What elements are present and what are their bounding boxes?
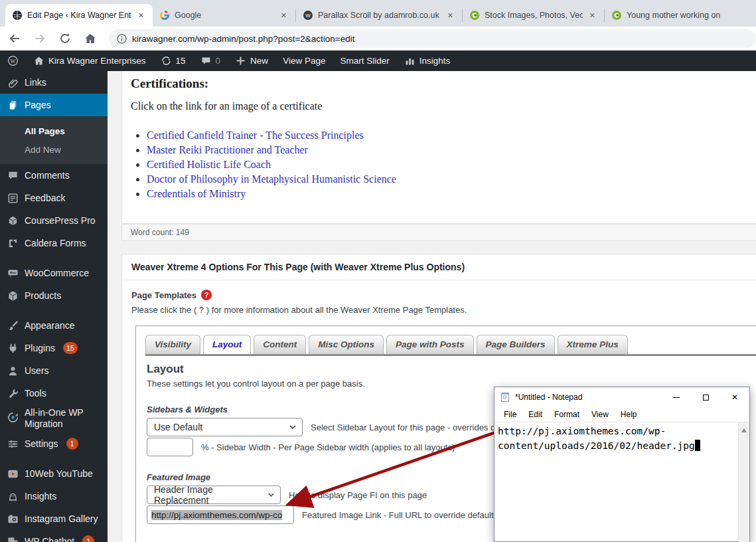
- certification-link[interactable]: Credentials of Ministry: [147, 188, 246, 199]
- tab-page-builders[interactable]: Page Builders: [477, 335, 555, 354]
- notepad-scrollbar[interactable]: [738, 422, 749, 542]
- chat-bubbles-icon: [7, 535, 19, 542]
- menu-format[interactable]: Format: [548, 410, 585, 419]
- back-icon[interactable]: [7, 31, 23, 46]
- menu-separator: [0, 455, 108, 462]
- sidebar-item-wp-chatbot[interactable]: WP Chatbot 1: [0, 530, 108, 542]
- close-icon[interactable]: ✕: [279, 10, 289, 21]
- browser-tab-edit-page[interactable]: Edit Page ‹ Kira Wagner Enterpris ✕: [5, 4, 153, 27]
- menu-file[interactable]: File: [498, 410, 522, 419]
- browser-tab-parallax[interactable]: W Parallax Scroll by adamrob.co.uk ✕: [296, 4, 462, 27]
- sidebar-item-caldera-forms[interactable]: Caldera Forms: [0, 232, 108, 254]
- text-cursor: [695, 440, 700, 451]
- green-site-icon: [469, 10, 480, 21]
- adminbar-smart-slider[interactable]: Smart Slider: [333, 50, 396, 71]
- google-g-icon: [159, 10, 170, 21]
- bar-chart-icon: [404, 55, 416, 66]
- sidebar-item-feedback[interactable]: Feedback: [0, 187, 108, 209]
- info-icon[interactable]: [117, 34, 127, 44]
- plug-icon: [7, 342, 19, 355]
- sidebar-item-add-new[interactable]: Add New: [0, 140, 108, 159]
- scroll-up-icon[interactable]: [741, 426, 747, 432]
- sidebar-item-tools[interactable]: Tools: [0, 382, 108, 405]
- sidebar-item-pages[interactable]: Pages: [0, 94, 108, 116]
- adminbar-insights[interactable]: Insights: [397, 50, 458, 71]
- certification-link[interactable]: Certified Canfield Trainer - The Success…: [147, 130, 364, 141]
- featured-image-display-select[interactable]: Header Image Replacement: [147, 486, 281, 504]
- close-icon[interactable]: ✕: [136, 10, 146, 21]
- sidebar-width-input[interactable]: [147, 438, 193, 456]
- sidebar-width-hint: % - Sidebar Width - Per Page Sidebar wid…: [201, 442, 455, 452]
- minimize-button[interactable]: [662, 387, 691, 407]
- home-icon[interactable]: [82, 31, 98, 46]
- menu-view[interactable]: View: [585, 410, 615, 419]
- adminbar-updates[interactable]: 15: [153, 50, 193, 71]
- sidebar-item-links[interactable]: Links: [0, 71, 108, 94]
- sidebar-item-ai1wm[interactable]: All-in-One WP Migration: [0, 405, 108, 432]
- page-editor-content[interactable]: Certifications: Click on the link for an…: [121, 71, 756, 224]
- green-site-icon: [611, 10, 622, 21]
- caldera-icon: [7, 237, 19, 250]
- url-text[interactable]: kirawagner.com/wp-admin/post.php?post=2&…: [132, 34, 354, 44]
- adminbar-view-page[interactable]: View Page: [275, 50, 333, 71]
- close-button[interactable]: ✕: [720, 387, 749, 407]
- sidebar-item-plugins[interactable]: Plugins 15: [0, 337, 108, 359]
- tab-misc-options[interactable]: Misc Options: [309, 335, 384, 354]
- list-item: Certified Canfield Trainer - The Success…: [147, 128, 745, 143]
- plugins-count-badge: 15: [63, 342, 78, 354]
- tab-visibility[interactable]: Visibility: [145, 335, 200, 354]
- sidebar-item-appearance[interactable]: Appearance: [0, 314, 108, 337]
- sidebar-item-products[interactable]: Products: [0, 284, 108, 307]
- notepad-line2: content/uploads/2016/02/header.jpg: [498, 438, 736, 453]
- sidebar-item-instagram-gallery[interactable]: Instagram Gallery: [0, 507, 108, 530]
- woocommerce-icon: Woo: [7, 267, 19, 280]
- camera-icon: [7, 513, 19, 525]
- close-icon[interactable]: ✕: [445, 10, 455, 21]
- reload-icon[interactable]: [57, 31, 73, 46]
- wp-admin-bar: W Kira Wagner Enterprises 15 0 New View …: [0, 50, 756, 71]
- sidebar-item-woocommerce[interactable]: Woo WooCommerce: [0, 262, 108, 284]
- menu-help[interactable]: Help: [615, 410, 643, 419]
- sidebar-layout-select[interactable]: Use Default: [147, 418, 303, 436]
- ghost-icon: [7, 490, 19, 503]
- featured-image-link-input[interactable]: http://pj.axiomthemes.com/wp-co: [147, 505, 294, 524]
- browser-tab-young-mother[interactable]: Young mother working on: [605, 4, 748, 27]
- close-icon[interactable]: ✕: [587, 10, 597, 21]
- certification-link[interactable]: Certified Holistic Life Coach: [147, 159, 271, 170]
- wp-logo-icon[interactable]: W: [0, 50, 26, 71]
- browser-tab-google[interactable]: Google ✕: [153, 4, 295, 27]
- notepad-text-area[interactable]: http://pj.axiomthemes.com/wp- content/up…: [494, 422, 749, 542]
- maximize-button[interactable]: [691, 387, 720, 407]
- menu-edit[interactable]: Edit: [522, 410, 548, 419]
- tab-title: Stock Images, Photos, Vectors, Ill: [485, 11, 583, 20]
- notepad-titlebar[interactable]: *Untitled - Notepad ✕: [494, 387, 749, 407]
- globe-dark-icon: [12, 10, 23, 21]
- paperclip-icon: [7, 76, 19, 89]
- comments-icon: [200, 55, 212, 66]
- tab-layout[interactable]: Layout: [203, 335, 251, 354]
- sidebar-item-insights[interactable]: Insights: [0, 485, 108, 507]
- adminbar-comments[interactable]: 0: [193, 50, 228, 71]
- sidebar-item-comments[interactable]: Comments: [0, 164, 108, 187]
- notepad-window[interactable]: *Untitled - Notepad ✕ File Edit Format V…: [494, 387, 750, 542]
- tab-content[interactable]: Content: [254, 335, 306, 354]
- sidebar-item-all-pages[interactable]: All Pages: [0, 122, 108, 140]
- address-bar[interactable]: kirawagner.com/wp-admin/post.php?post=2&…: [109, 29, 756, 48]
- sidebar-item-coursepress-pro[interactable]: CoursePress Pro: [0, 209, 108, 232]
- browser-tab-stock-images[interactable]: Stock Images, Photos, Vectors, Ill ✕: [463, 4, 604, 27]
- sidebar-item-settings[interactable]: Settings 1: [0, 432, 108, 455]
- forward-icon[interactable]: [32, 31, 48, 46]
- certification-link[interactable]: Master Reiki Practitioner and Teacher: [147, 144, 308, 155]
- tab-xtreme-plus[interactable]: Xtreme Plus: [558, 335, 628, 354]
- adminbar-site-name[interactable]: Kira Wagner Enterprises: [26, 50, 153, 71]
- weaver-panel-title[interactable]: Weaver Xtreme 4 Options For This Page (w…: [122, 254, 756, 280]
- sidebar-item-10web-youtube[interactable]: 10Web YouTube: [0, 462, 108, 485]
- sidebar-item-users[interactable]: Users: [0, 359, 108, 382]
- help-question-icon[interactable]: ?: [201, 290, 212, 300]
- adminbar-new[interactable]: New: [228, 50, 275, 71]
- screen: Edit Page ‹ Kira Wagner Enterpris ✕ Goog…: [0, 0, 756, 542]
- tab-page-with-posts[interactable]: Page with Posts: [386, 335, 474, 354]
- certification-link[interactable]: Doctor of Philosophy in Metaphysical Hum…: [147, 173, 396, 185]
- browser-toolbar: kirawagner.com/wp-admin/post.php?post=2&…: [0, 27, 756, 50]
- migration-icon: [7, 411, 19, 424]
